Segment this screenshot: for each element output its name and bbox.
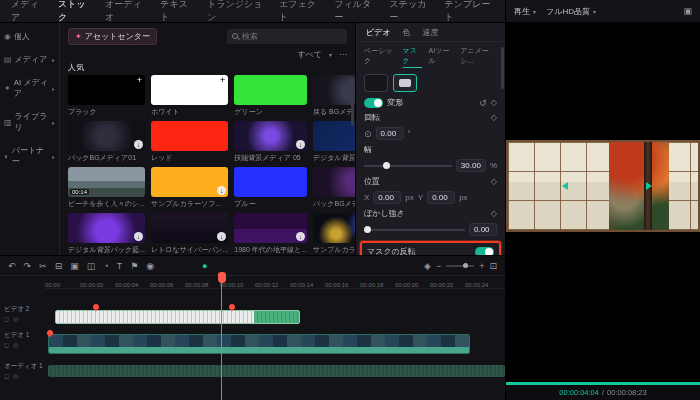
scrollbar[interactable] xyxy=(501,47,504,89)
redo-icon[interactable]: ↷ xyxy=(24,261,32,271)
menu-item[interactable]: メディア xyxy=(4,0,51,24)
asset-item[interactable]: レッド xyxy=(151,121,228,163)
render-preview-icon[interactable]: ● xyxy=(202,261,207,271)
asset-thumbnail[interactable]: ↓ xyxy=(68,121,145,151)
asset-item[interactable]: グリーン xyxy=(234,75,307,117)
lock-icon[interactable]: ◻ xyxy=(4,341,9,348)
width-value[interactable]: 30.00 xyxy=(456,159,486,172)
asset-thumbnail[interactable]: ↓ xyxy=(313,213,355,243)
crop-icon[interactable]: ▣ xyxy=(70,261,79,271)
subtab-mask[interactable]: マスク xyxy=(403,46,422,68)
mask-none-thumbnail[interactable] xyxy=(364,74,388,92)
asset-thumbnail[interactable]: ↓ xyxy=(313,121,355,151)
search-input[interactable] xyxy=(242,32,337,41)
text-icon[interactable]: T xyxy=(117,261,123,271)
download-icon[interactable]: ↓ xyxy=(134,232,143,241)
asset-item[interactable]: + ホワイト xyxy=(151,75,228,117)
asset-thumbnail[interactable] xyxy=(234,75,307,105)
transform-toggle[interactable] xyxy=(364,98,383,108)
width-slider[interactable] xyxy=(364,165,452,167)
download-icon[interactable]: ↓ xyxy=(217,232,226,241)
library-category[interactable]: ✶ AI メディア ▸ xyxy=(0,71,59,105)
delete-icon[interactable]: ⊟ xyxy=(55,261,63,271)
pos-y-value[interactable]: 0.00 xyxy=(427,191,455,204)
playhead[interactable] xyxy=(221,272,222,400)
tab-video[interactable]: ビデオ xyxy=(366,27,391,38)
fit-timeline-icon[interactable]: ⊡ xyxy=(489,261,497,271)
tab-speed[interactable]: 速度 xyxy=(423,27,439,38)
library-category[interactable]: ◐ パートナー ▸ xyxy=(0,139,59,173)
zoom-in-icon[interactable]: + xyxy=(479,261,484,271)
asset-item[interactable]: ↓ バックBGメディア02 xyxy=(313,167,355,209)
more-options-icon[interactable]: ⋯ xyxy=(339,50,347,59)
download-icon[interactable]: ↓ xyxy=(296,140,305,149)
asset-item[interactable]: ↓ デジタル背景バック藍... xyxy=(313,121,355,163)
asset-thumbnail[interactable]: ↓ xyxy=(234,121,307,151)
mute-icon[interactable]: ◎ xyxy=(13,372,18,379)
tab-color[interactable]: 色 xyxy=(403,27,411,38)
asset-item[interactable]: ↓ バックBGメディア01 xyxy=(68,121,145,163)
mask-left-handle[interactable] xyxy=(562,182,568,190)
audio-clip[interactable] xyxy=(48,365,505,377)
playhead-pin[interactable] xyxy=(218,272,226,283)
mask-rectangle-thumbnail[interactable] xyxy=(393,74,417,92)
keyframe-icon[interactable]: ◇ xyxy=(491,98,497,107)
zoom-slider[interactable] xyxy=(446,265,474,267)
asset-center-button[interactable]: ✦ アセットセンター xyxy=(68,28,157,45)
overlay-clip[interactable] xyxy=(55,310,300,324)
magnet-icon[interactable]: ◈ xyxy=(424,261,431,271)
timeline-ruler[interactable]: 00:00 00:00:02 00:00:04 00:00:06 00:00:0… xyxy=(45,276,505,289)
asset-thumbnail[interactable]: + xyxy=(68,75,145,105)
download-icon[interactable]: ↓ xyxy=(134,140,143,149)
split-icon[interactable]: ✂ xyxy=(39,261,47,271)
menu-item[interactable]: テンプレート xyxy=(438,0,501,24)
track-lane[interactable] xyxy=(45,331,505,357)
asset-item[interactable]: ↓ レトロなサイバーパン... xyxy=(151,213,228,255)
asset-thumbnail[interactable]: ↓ xyxy=(234,213,307,243)
asset-thumbnail[interactable]: ↓ xyxy=(313,167,355,197)
preview-viewport[interactable] xyxy=(506,22,700,382)
rotation-value[interactable]: 0.00 xyxy=(376,127,404,140)
speed-icon[interactable]: ◔ xyxy=(103,261,108,271)
subtab-animation[interactable]: アニメーシ... xyxy=(460,46,497,68)
undo-icon[interactable]: ↶ xyxy=(8,261,16,271)
subtab-ai-tools[interactable]: AIツール xyxy=(429,46,454,68)
quality-dropdown[interactable]: フルHD品質 ▾ xyxy=(546,6,596,17)
search-box[interactable] xyxy=(227,29,347,44)
download-icon[interactable]: ↓ xyxy=(296,232,305,241)
pos-x-value[interactable]: 0.00 xyxy=(373,191,401,204)
expand-icon[interactable]: ▣ xyxy=(683,6,692,16)
menu-item[interactable]: フィルター xyxy=(327,0,382,24)
zoom-out-icon[interactable]: − xyxy=(436,261,441,271)
asset-thumbnail[interactable]: + xyxy=(151,75,228,105)
asset-item[interactable]: ↓ 技能背景メディア 05 xyxy=(234,121,307,163)
mask-right-handle[interactable] xyxy=(646,182,652,190)
rotation-dial-icon[interactable]: ⊙ xyxy=(364,129,372,139)
asset-item[interactable]: 00:14 ビーチを歩く人々のシ... xyxy=(68,167,145,209)
filter-all-dropdown[interactable]: すべて xyxy=(297,49,322,60)
asset-thumbnail[interactable]: ↓ xyxy=(151,213,228,243)
asset-thumbnail[interactable]: 00:14 xyxy=(68,167,145,197)
lock-icon[interactable]: ◻ xyxy=(4,372,9,379)
asset-item[interactable]: ↓ 戻る BGメディア06 xyxy=(313,75,355,117)
library-category[interactable]: ◉ 個人 xyxy=(0,25,59,48)
menu-item[interactable]: エフェクト xyxy=(272,0,327,24)
keyframe-icon[interactable]: ◇ xyxy=(491,177,497,186)
snapshot-icon[interactable]: ◉ xyxy=(146,261,154,271)
keyframe-icon[interactable]: ◇ xyxy=(491,113,497,122)
lock-icon[interactable]: ◻ xyxy=(4,315,9,322)
keyframe-icon[interactable]: ◇ xyxy=(491,209,497,218)
visibility-icon[interactable]: ◎ xyxy=(13,315,18,322)
menu-item[interactable]: ステッカー xyxy=(383,0,438,24)
visibility-icon[interactable]: ◎ xyxy=(13,341,18,348)
asset-thumbnail[interactable] xyxy=(151,121,228,151)
menu-item[interactable]: トランジション xyxy=(200,0,272,24)
asset-item[interactable]: ↓ 1980 年代の地平線と... xyxy=(234,213,307,255)
menu-item[interactable]: ストック xyxy=(51,0,98,24)
library-category[interactable]: ▤ メディア ▸ xyxy=(0,48,59,71)
blur-value[interactable]: 0.00 xyxy=(469,223,497,236)
asset-thumbnail[interactable]: ↓ xyxy=(151,167,228,197)
add-icon[interactable]: + xyxy=(220,76,225,85)
asset-item[interactable]: + ブラック xyxy=(68,75,145,117)
asset-item[interactable]: ↓ サンプルカラーソフ... xyxy=(151,167,228,209)
